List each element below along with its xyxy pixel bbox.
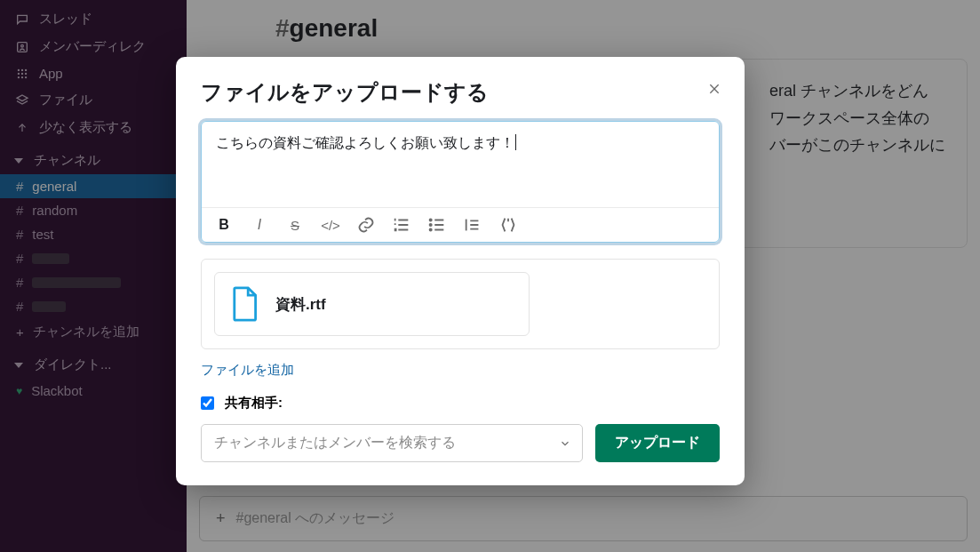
share-target-select[interactable]: チャンネルまたはメンバーを検索する — [201, 424, 583, 462]
quote-button[interactable] — [463, 215, 482, 235]
code-button[interactable]: </> — [321, 215, 340, 235]
bullet-list-icon — [427, 215, 447, 235]
share-placeholder: チャンネルまたはメンバーを検索する — [214, 435, 456, 450]
quote-icon — [463, 215, 482, 235]
editor-toolbar: B I S </> — [202, 207, 719, 242]
upload-modal: ファイルをアップロードする こちらの資料ご確認よろしくお願い致します！ B I … — [176, 57, 745, 485]
link-button[interactable] — [356, 215, 376, 235]
svg-point-12 — [430, 224, 432, 226]
code-block-icon — [498, 215, 518, 235]
modal-title: ファイルをアップロードする — [201, 78, 720, 107]
file-attachment[interactable]: 資料.rtf — [214, 272, 530, 336]
file-drop-area: 資料.rtf — [201, 259, 720, 349]
svg-point-13 — [430, 228, 432, 230]
codeblock-button[interactable] — [498, 215, 518, 235]
italic-button[interactable]: I — [250, 215, 269, 235]
link-icon — [356, 215, 376, 235]
upload-button[interactable]: アップロード — [595, 424, 720, 462]
close-button[interactable] — [702, 76, 727, 101]
file-icon — [229, 285, 259, 323]
message-text: こちらの資料ご確認よろしくお願い致します！ — [216, 135, 516, 150]
share-label: 共有相手: — [225, 395, 283, 412]
message-editor: こちらの資料ご確認よろしくお願い致します！ B I S </> — [201, 121, 720, 243]
ordered-list-button[interactable] — [392, 215, 411, 235]
ordered-list-icon — [392, 215, 411, 235]
share-row: 共有相手: — [201, 395, 720, 412]
bullet-list-button[interactable] — [427, 215, 447, 235]
add-file-link[interactable]: ファイルを追加 — [201, 362, 294, 379]
bold-button[interactable]: B — [214, 215, 234, 235]
share-checkbox[interactable] — [201, 396, 214, 410]
close-icon — [707, 82, 721, 96]
strike-button[interactable]: S — [285, 215, 305, 235]
chevron-down-icon — [559, 437, 571, 450]
svg-point-11 — [430, 219, 432, 220]
message-textarea[interactable]: こちらの資料ご確認よろしくお願い致します！ — [202, 122, 719, 207]
modal-bottom-row: チャンネルまたはメンバーを検索する アップロード — [201, 424, 720, 462]
file-name: 資料.rtf — [275, 294, 326, 315]
